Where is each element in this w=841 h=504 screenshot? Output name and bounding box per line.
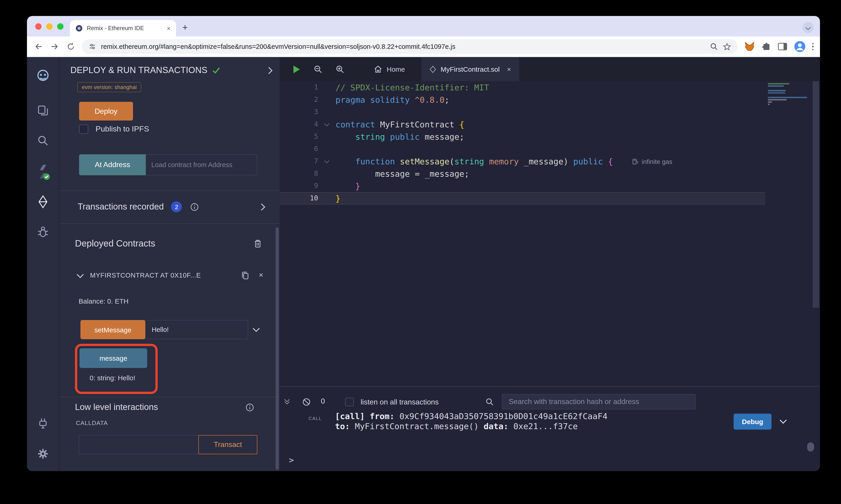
- tab-close-icon[interactable]: ×: [167, 25, 171, 32]
- at-address-input[interactable]: [146, 154, 257, 175]
- star-icon[interactable]: [722, 42, 731, 51]
- code-line[interactable]: 10}: [280, 192, 765, 204]
- panel-title: DEPLOY & RUN TRANSACTIONS: [70, 65, 207, 75]
- tab-search-button[interactable]: [803, 22, 813, 33]
- tab-close-icon[interactable]: ×: [507, 65, 511, 73]
- main-area: Home MyFirstContract.sol × 1// SPDX-Lice…: [280, 57, 820, 471]
- deployed-contracts-title: Deployed Contracts: [75, 238, 155, 249]
- address-bar[interactable]: remix.ethereum.org/#lang=en&optimize=fal…: [82, 39, 737, 54]
- code-line[interactable]: 1// SPDX-License-Identifier: MIT: [280, 81, 765, 94]
- publish-ipfs-label: Publish to IPFS: [96, 125, 149, 134]
- block-icon[interactable]: [302, 398, 311, 406]
- double-chevron-down-icon[interactable]: [285, 398, 289, 403]
- minimap-line: [768, 99, 787, 101]
- panel-scrollbar[interactable]: [276, 227, 279, 470]
- play-icon[interactable]: [293, 65, 301, 74]
- profile-icon[interactable]: [794, 41, 806, 53]
- code-line[interactable]: 7 function setMessage(string memory _mes…: [280, 155, 765, 167]
- solidity-compiler-icon[interactable]: [36, 164, 50, 180]
- home-icon: [374, 65, 382, 73]
- code-lines[interactable]: 1// SPDX-License-Identifier: MIT2pragma …: [280, 81, 765, 204]
- screen: Remix - Ethereum IDE × + remix.ethereum.…: [0, 0, 841, 504]
- editor-scrollbar[interactable]: [813, 81, 819, 308]
- message-button[interactable]: message: [80, 348, 147, 368]
- new-tab-button[interactable]: +: [182, 22, 188, 33]
- minimap[interactable]: [768, 83, 809, 106]
- minimap-line: [768, 85, 784, 87]
- low-level-title: Low level interactions: [75, 402, 158, 412]
- reload-icon[interactable]: [66, 42, 75, 51]
- deploy-button[interactable]: Deploy: [79, 102, 133, 121]
- remix-logo[interactable]: [35, 68, 51, 84]
- info-icon[interactable]: [245, 403, 254, 412]
- divider: [59, 191, 280, 191]
- debug-button[interactable]: Debug: [734, 414, 772, 430]
- code-line[interactable]: 8 message = _message;: [280, 167, 765, 180]
- terminal[interactable]: 0 listen on all transactions CALL [call]…: [280, 386, 820, 471]
- at-address-button[interactable]: At Address: [79, 154, 146, 175]
- contract-close-icon[interactable]: ×: [259, 271, 263, 280]
- zoom-out-icon[interactable]: [313, 65, 323, 74]
- settings-icon[interactable]: [37, 448, 49, 460]
- code-line[interactable]: 4contract MyFirstContract {: [280, 118, 765, 130]
- transactions-count-badge: 2: [171, 201, 182, 212]
- copy-icon[interactable]: [241, 270, 250, 280]
- zoom-indicator-icon[interactable]: [709, 42, 718, 51]
- file-explorer-icon[interactable]: [37, 105, 49, 116]
- deploy-run-icon[interactable]: [37, 195, 49, 209]
- close-window-button[interactable]: [35, 23, 41, 30]
- deployed-contract-header[interactable]: MYFIRSTCONTRACT AT 0X10F...E ×: [78, 266, 263, 284]
- browser-tab-title: Remix - Ethereum IDE: [87, 25, 163, 32]
- code-line[interactable]: 9 }: [280, 180, 765, 192]
- maximize-window-button[interactable]: [57, 23, 64, 30]
- browser-window: Remix - Ethereum IDE × + remix.ethereum.…: [27, 16, 820, 471]
- browser-tab[interactable]: Remix - Ethereum IDE ×: [70, 20, 176, 37]
- check-icon: [212, 67, 220, 74]
- calldata-label: CALLDATA: [76, 419, 108, 426]
- tab-myfirstcontract[interactable]: MyFirstContract.sol ×: [422, 57, 519, 81]
- contract-collapse-icon[interactable]: [76, 271, 84, 278]
- code-line[interactable]: 5 string public message;: [280, 130, 765, 143]
- publish-ipfs-checkbox[interactable]: [79, 125, 88, 134]
- tab-home[interactable]: Home: [366, 57, 413, 81]
- setmessage-input[interactable]: [145, 320, 248, 339]
- trash-icon[interactable]: [253, 238, 262, 248]
- forward-icon[interactable]: [50, 41, 60, 52]
- metamask-icon[interactable]: [744, 41, 755, 52]
- contract-title: MYFIRSTCONTRACT AT 0X10F...E: [90, 272, 241, 279]
- browser-toolbar: remix.ethereum.org/#lang=en&optimize=fal…: [27, 37, 820, 57]
- listen-checkbox[interactable]: [345, 398, 354, 406]
- debug-expand-icon[interactable]: [779, 417, 787, 424]
- minimize-window-button[interactable]: [46, 23, 53, 30]
- menu-icon[interactable]: [812, 43, 813, 51]
- info-icon[interactable]: [190, 202, 199, 211]
- back-icon[interactable]: [33, 41, 44, 52]
- tune-icon[interactable]: [88, 42, 97, 51]
- code-editor[interactable]: 1// SPDX-License-Identifier: MIT2pragma …: [280, 81, 820, 386]
- code-line[interactable]: 2pragma solidity ^0.8.0;: [280, 94, 765, 106]
- contract-balance: Balance: 0. ETH: [79, 297, 128, 305]
- setmessage-expand-icon[interactable]: [253, 325, 260, 332]
- transactions-expand-icon[interactable]: [258, 203, 265, 210]
- transact-button[interactable]: Transact: [199, 435, 257, 454]
- tab-home-label: Home: [387, 65, 405, 73]
- browser-tabstrip: Remix - Ethereum IDE × +: [27, 16, 820, 37]
- terminal-prompt[interactable]: >: [289, 455, 294, 465]
- calldata-input[interactable]: [79, 435, 199, 454]
- remix-favicon: [75, 25, 83, 32]
- sidebar-icon[interactable]: [777, 42, 787, 51]
- terminal-log[interactable]: [call] from: 0x9Cf934043aD350758391b0D01…: [335, 411, 607, 431]
- code-line[interactable]: 6: [280, 143, 765, 155]
- terminal-search-input[interactable]: [502, 394, 696, 410]
- code-line[interactable]: 3: [280, 106, 765, 118]
- listen-label: listen on all transactions: [361, 398, 439, 406]
- panel-expand-icon[interactable]: [265, 67, 272, 74]
- search-icon[interactable]: [37, 135, 49, 146]
- setmessage-button[interactable]: setMessage: [81, 320, 145, 339]
- zoom-in-icon[interactable]: [336, 65, 345, 74]
- debugger-icon[interactable]: [37, 225, 49, 238]
- terminal-scrollbar[interactable]: [807, 443, 814, 451]
- gas-estimate-hint: infinite gas: [632, 155, 672, 167]
- extensions-icon[interactable]: [761, 42, 771, 51]
- plugin-manager-icon[interactable]: [37, 418, 49, 431]
